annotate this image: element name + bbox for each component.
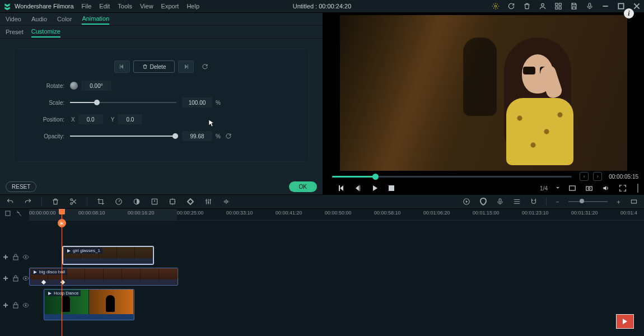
track-add-icon[interactable] xyxy=(2,275,9,282)
reset-keyframe-icon[interactable] xyxy=(202,63,208,70)
track-visibility-icon[interactable] xyxy=(22,302,29,309)
position-y-input[interactable] xyxy=(118,114,142,124)
menu-help[interactable]: Help xyxy=(186,3,199,10)
opacity-input[interactable] xyxy=(182,131,212,141)
reset-button[interactable]: RESET xyxy=(6,181,36,192)
ok-button[interactable]: OK xyxy=(289,181,317,192)
marker-icon[interactable] xyxy=(479,197,488,206)
zoom-out-button[interactable]: － xyxy=(554,198,561,206)
svg-rect-4 xyxy=(556,7,558,9)
prev-marker-button[interactable]: ‹ xyxy=(580,172,589,181)
rotate-knob[interactable] xyxy=(70,82,78,90)
close-button[interactable] xyxy=(633,2,641,10)
crop-icon[interactable] xyxy=(96,197,105,206)
frame-back-button[interactable] xyxy=(353,184,362,193)
track-lock-icon[interactable] xyxy=(12,302,19,309)
timeline: 00:00:00:00 00:00:08:10 00:00:16:20 00:0… xyxy=(0,209,644,336)
rotate-input[interactable] xyxy=(81,81,111,91)
clip-hoop-dance[interactable]: Hoop Dance xyxy=(44,289,134,320)
play-button[interactable] xyxy=(370,184,379,193)
track-add-icon[interactable] xyxy=(2,302,9,309)
chevron-down-icon[interactable] xyxy=(556,186,560,190)
recording-badge-icon[interactable] xyxy=(616,314,634,329)
menu-edit[interactable]: Edit xyxy=(99,3,110,10)
redo-icon[interactable] xyxy=(24,197,32,206)
preview-scale[interactable]: 1/4 xyxy=(540,185,548,192)
split-icon[interactable] xyxy=(69,197,78,206)
volume-icon[interactable] xyxy=(601,184,610,193)
menu-tools[interactable]: Tools xyxy=(118,3,132,10)
menu-file[interactable]: File xyxy=(82,3,92,10)
clip-big-disco-ball[interactable]: big disco ball xyxy=(29,268,178,286)
tab-animation[interactable]: Animation xyxy=(82,13,109,25)
prev-keyframe-button[interactable] xyxy=(114,60,130,73)
svg-point-29 xyxy=(25,278,27,279)
color-icon[interactable] xyxy=(132,197,141,206)
preview-video[interactable] xyxy=(340,15,627,171)
track-visibility-icon[interactable] xyxy=(22,254,29,260)
work-area[interactable] xyxy=(29,209,177,220)
track-lock-icon[interactable] xyxy=(12,254,19,260)
preview-scrubber[interactable] xyxy=(332,176,572,178)
track-visibility-icon[interactable] xyxy=(22,275,29,282)
refresh-icon[interactable] xyxy=(507,2,515,10)
opacity-slider[interactable] xyxy=(70,136,176,137)
mic-icon[interactable] xyxy=(586,2,594,10)
tab-preset[interactable]: Preset xyxy=(6,27,24,37)
svg-point-20 xyxy=(208,202,209,203)
svg-point-27 xyxy=(25,256,27,258)
next-marker-button[interactable]: › xyxy=(593,172,602,181)
speed-icon[interactable] xyxy=(114,197,123,206)
fullscreen-icon[interactable] xyxy=(618,184,627,193)
motion-track-icon[interactable] xyxy=(168,197,177,206)
tab-audio[interactable]: Audio xyxy=(31,14,47,24)
undo-icon[interactable] xyxy=(6,197,15,206)
tab-customize[interactable]: Customize xyxy=(31,26,60,38)
magnet-icon[interactable] xyxy=(529,197,538,206)
track-add-icon[interactable] xyxy=(2,254,9,260)
step-back-button[interactable] xyxy=(337,184,346,193)
save-icon[interactable] xyxy=(570,2,578,10)
user-icon[interactable] xyxy=(539,2,547,10)
info-badge[interactable]: i xyxy=(624,8,634,18)
tab-color[interactable]: Color xyxy=(57,14,72,24)
green-screen-icon[interactable] xyxy=(150,197,159,206)
audio-mixer-icon[interactable] xyxy=(204,197,213,206)
audio-wave-icon[interactable] xyxy=(222,197,231,206)
clip-girl-glasses[interactable]: girl glasses_1 xyxy=(63,246,153,264)
snapshot-icon[interactable] xyxy=(585,184,594,193)
scale-input[interactable] xyxy=(182,97,212,108)
ruler-tick: 00:01:31:20 xyxy=(571,210,598,216)
maximize-button[interactable] xyxy=(617,2,625,10)
trash-icon[interactable] xyxy=(523,2,531,10)
delete-icon[interactable] xyxy=(51,197,60,206)
track-lock-icon[interactable] xyxy=(12,275,19,282)
reset-opacity-icon[interactable] xyxy=(225,133,232,139)
quality-icon[interactable] xyxy=(568,184,577,193)
razor-tool-icon[interactable] xyxy=(16,210,22,217)
menu-view[interactable]: View xyxy=(140,3,153,10)
menu-export[interactable]: Export xyxy=(161,3,179,10)
zoom-in-button[interactable]: ＋ xyxy=(615,198,622,206)
delete-keyframe-button[interactable]: Delete xyxy=(133,60,175,73)
minimize-button[interactable] xyxy=(601,2,609,10)
properties-panel: Video Audio Color Animation Preset Custo… xyxy=(0,13,323,194)
next-keyframe-button[interactable] xyxy=(178,60,194,73)
scale-slider[interactable] xyxy=(70,102,176,103)
settings-icon[interactable] xyxy=(492,2,500,10)
zoom-slider[interactable] xyxy=(568,201,608,202)
svg-rect-5 xyxy=(559,7,561,9)
keyframe-icon[interactable] xyxy=(186,197,195,206)
grid-icon[interactable] xyxy=(554,2,562,10)
tab-video[interactable]: Video xyxy=(6,14,21,24)
selection-tool-icon[interactable] xyxy=(4,210,11,217)
playhead[interactable] xyxy=(62,209,62,336)
track-manager-icon[interactable] xyxy=(512,197,521,206)
render-icon[interactable] xyxy=(462,197,471,206)
zoom-fit-icon[interactable] xyxy=(629,197,638,206)
panel-divider[interactable] xyxy=(637,184,638,193)
record-icon[interactable] xyxy=(496,197,505,206)
stop-button[interactable] xyxy=(387,184,396,193)
position-x-input[interactable] xyxy=(78,114,103,124)
opacity-unit: % xyxy=(216,133,221,139)
